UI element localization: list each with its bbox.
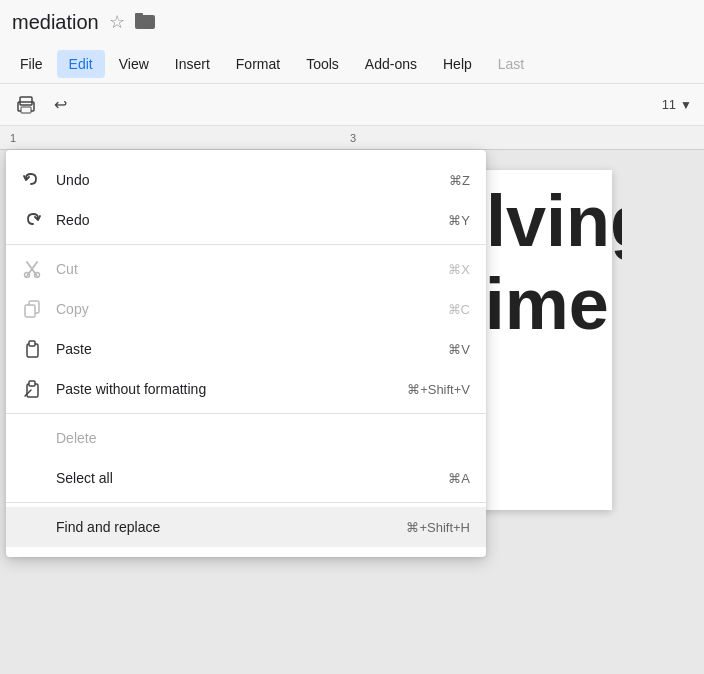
menu-file[interactable]: File <box>8 50 55 78</box>
title-bar: mediation ☆ <box>0 0 704 44</box>
menu-view[interactable]: View <box>107 50 161 78</box>
paste-label: Paste <box>56 341 434 357</box>
cut-icon <box>22 259 42 279</box>
content-area: olving Time Or will you? Undo ⌘Z <box>0 150 704 674</box>
paste-format-icon <box>22 379 42 399</box>
paste-without-formatting-label: Paste without formatting <box>56 381 393 397</box>
edit-dropdown-menu: Undo ⌘Z Redo ⌘Y <box>6 150 486 557</box>
menu-format[interactable]: Format <box>224 50 292 78</box>
menu-addons[interactable]: Add-ons <box>353 50 429 78</box>
edit-menu-section-undoredo: Undo ⌘Z Redo ⌘Y <box>6 156 486 245</box>
cut-label: Cut <box>56 261 434 277</box>
toolbar: ↩ 11 ▼ <box>0 84 704 126</box>
copy-menu-item[interactable]: Copy ⌘C <box>6 289 486 329</box>
copy-label: Copy <box>56 301 434 317</box>
find-replace-icon <box>22 517 42 537</box>
redo-shortcut: ⌘Y <box>448 213 470 228</box>
ruler: 1 3 <box>0 126 704 150</box>
edit-menu-section-find: Find and replace ⌘+Shift+H <box>6 503 486 551</box>
svg-point-7 <box>25 273 30 278</box>
svg-rect-4 <box>21 107 31 113</box>
menu-insert[interactable]: Insert <box>163 50 222 78</box>
cut-shortcut: ⌘X <box>448 262 470 277</box>
undo-shortcut: ⌘Z <box>449 173 470 188</box>
menu-edit[interactable]: Edit <box>57 50 105 78</box>
redo-icon <box>22 210 42 230</box>
menu-last[interactable]: Last <box>486 50 536 78</box>
folder-icon[interactable] <box>135 11 155 34</box>
paste-icon <box>22 339 42 359</box>
svg-rect-1 <box>135 13 143 17</box>
redo-menu-item[interactable]: Redo ⌘Y <box>6 200 486 240</box>
menu-bar: File Edit View Insert Format Tools Add-o… <box>0 44 704 84</box>
undo-toolbar-button[interactable]: ↩ <box>46 91 74 119</box>
print-button[interactable] <box>12 91 40 119</box>
undo-menu-item[interactable]: Undo ⌘Z <box>6 160 486 200</box>
svg-rect-14 <box>29 381 35 386</box>
copy-icon <box>22 299 42 319</box>
delete-icon <box>22 428 42 448</box>
undo-icon <box>22 170 42 190</box>
undo-label: Undo <box>56 172 435 188</box>
paste-without-formatting-shortcut: ⌘+Shift+V <box>407 382 470 397</box>
menu-tools[interactable]: Tools <box>294 50 351 78</box>
app-title: mediation <box>12 11 99 34</box>
find-replace-label: Find and replace <box>56 519 392 535</box>
svg-rect-12 <box>29 341 35 346</box>
select-all-icon <box>22 468 42 488</box>
svg-rect-2 <box>20 97 32 105</box>
copy-shortcut: ⌘C <box>448 302 470 317</box>
select-all-label: Select all <box>56 470 434 486</box>
select-all-menu-item[interactable]: Select all ⌘A <box>6 458 486 498</box>
paste-shortcut: ⌘V <box>448 342 470 357</box>
find-replace-shortcut: ⌘+Shift+H <box>406 520 470 535</box>
cut-menu-item[interactable]: Cut ⌘X <box>6 249 486 289</box>
menu-help[interactable]: Help <box>431 50 484 78</box>
svg-point-8 <box>35 273 40 278</box>
delete-menu-item[interactable]: Delete <box>6 418 486 458</box>
svg-rect-0 <box>135 15 155 29</box>
edit-menu-section-select: Delete Select all ⌘A <box>6 414 486 503</box>
redo-label: Redo <box>56 212 434 228</box>
star-icon[interactable]: ☆ <box>109 11 125 33</box>
zoom-dropdown-icon[interactable]: ▼ <box>680 98 692 112</box>
paste-without-formatting-menu-item[interactable]: Paste without formatting ⌘+Shift+V <box>6 369 486 409</box>
zoom-label: 11 <box>662 97 676 112</box>
paste-menu-item[interactable]: Paste ⌘V <box>6 329 486 369</box>
find-replace-menu-item[interactable]: Find and replace ⌘+Shift+H <box>6 507 486 547</box>
svg-rect-10 <box>25 305 35 317</box>
select-all-shortcut: ⌘A <box>448 471 470 486</box>
delete-label: Delete <box>56 430 456 446</box>
edit-menu-section-clipboard: Cut ⌘X Copy ⌘C <box>6 245 486 414</box>
